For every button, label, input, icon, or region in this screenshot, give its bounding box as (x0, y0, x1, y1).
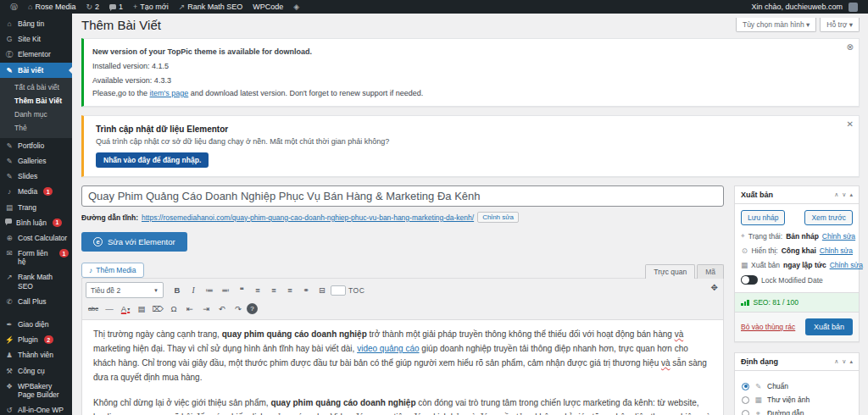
items-page-link[interactable]: item's page (150, 89, 189, 97)
sidebar-item-dashboard[interactable]: ⌂Bảng tin (0, 16, 72, 31)
sidebar-item-slides[interactable]: ✎Slides (0, 169, 72, 184)
outdent-icon[interactable]: ⇤ (182, 302, 198, 316)
blockquote-icon[interactable]: ❝ (234, 283, 249, 297)
sidebar-item-posts[interactable]: ✎Bài viết (0, 63, 72, 78)
edit-schedule-link[interactable]: Chỉnh sửa (830, 261, 863, 269)
special-character-icon[interactable]: Ω (166, 302, 181, 316)
notice-instruction: Please,go to the item's page and downloa… (92, 89, 833, 97)
align-center-icon[interactable]: ≡ (266, 283, 281, 297)
sidebar-item-site-kit[interactable]: GSite Kit (0, 31, 72, 47)
toggle-panel-icon[interactable]: ▴ (849, 191, 853, 198)
edit-status-link[interactable]: Chỉnh sửa (822, 232, 855, 241)
format-option-standard[interactable]: ✎Chuẩn (742, 382, 852, 390)
gallery-icon: ▦ (754, 396, 763, 404)
submenu-item[interactable]: Danh mục (0, 108, 72, 121)
align-right-icon[interactable]: ≡ (282, 283, 298, 297)
adminbar-item-wpcode[interactable]: WPCode (248, 0, 288, 14)
content-link[interactable]: video quảng cáo (357, 344, 419, 353)
adminbar-item-wpbakery[interactable]: ◈ (288, 0, 304, 14)
sidebar-item-contact-form[interactable]: ✉Form liên hệ1 (0, 246, 72, 269)
redo-icon[interactable]: ↷ (231, 302, 246, 316)
adminbar-item-new-content[interactable]: +Tạo mới (128, 0, 174, 14)
editor-tab-Mã[interactable]: Mã (697, 264, 724, 279)
sidebar-item-galleries[interactable]: ✎Galleries (0, 153, 72, 169)
undo-icon[interactable]: ↶ (214, 302, 230, 316)
adminbar-item-comments[interactable]: 1 (104, 0, 128, 14)
adminbar-item-wordpress-logo[interactable]: Ⓦ (5, 0, 23, 14)
save-draft-button[interactable]: Lưu nháp (741, 210, 785, 225)
numbered-list-icon[interactable]: ≕ (218, 283, 233, 297)
admin-sidebar: ⌂Bảng tinGSite KitⒺElementor✎Bài viếtTất… (0, 14, 72, 415)
adminbar-item-updates[interactable]: ↻2 (81, 0, 104, 14)
publish-panel-header[interactable]: Xuất bản ∧∨▴ (735, 186, 859, 204)
clear-formatting-icon[interactable]: ⌦ (150, 302, 165, 316)
move-up-icon[interactable]: ∧ (834, 191, 838, 198)
adminbar-item-site-name[interactable]: ⌂Rose Media (23, 0, 81, 14)
sidebar-item-pages[interactable]: ▤Trang (0, 200, 72, 215)
horizontal-rule-icon[interactable]: — (102, 302, 117, 316)
submenu-item[interactable]: Thẻ (0, 121, 72, 135)
sidebar-item-users[interactable]: ♟Thành viên (0, 347, 72, 362)
editor-tab-Trực quan[interactable]: Trực quan (645, 264, 695, 279)
sidebar-item-call-plus[interactable]: ✆Call Plus (0, 294, 72, 309)
toc-icon[interactable]: TOC (347, 283, 366, 297)
distraction-free-icon[interactable]: ✥ (711, 283, 718, 292)
adminbar-item-label: Rose Media (35, 3, 75, 11)
sidebar-item-tools[interactable]: ⚒Công cụ (0, 363, 72, 379)
bold-icon[interactable]: B (170, 283, 185, 297)
screen-options-button[interactable]: Tùy chọn màn hình ▾ (736, 18, 816, 32)
radio-standard[interactable] (742, 383, 749, 390)
help-icon[interactable]: ? (247, 303, 258, 314)
sidebar-item-all-in-one-wp-migration[interactable]: ↺All-in-One WP Migration (0, 402, 72, 415)
format-option-gallery[interactable]: ▦Thư viện ảnh (742, 396, 852, 404)
publish-button[interactable]: Xuất bản (805, 318, 853, 335)
sidebar-item-media[interactable]: ♪Media1 (0, 184, 72, 199)
sidebar-item-appearance[interactable]: ✒Giao diện (0, 317, 72, 332)
adminbar-item-label: Rank Math SEO (187, 3, 242, 11)
submenu-item[interactable]: Tất cả bài viết (0, 80, 72, 94)
preview-button[interactable]: Xem trước (804, 210, 853, 225)
move-down-icon[interactable]: ∨ (842, 191, 846, 198)
sidebar-item-wpbakery-page-builder[interactable]: ❖WPBakery Page Builder (0, 379, 72, 402)
account-menu[interactable]: Xin chào, duchieuweb.com (746, 0, 863, 14)
toc-box-icon[interactable] (331, 285, 346, 296)
format-option-link[interactable]: ⚭Đường dẫn (742, 409, 852, 415)
paste-as-text-icon[interactable]: ▤ (134, 302, 149, 316)
editor-content-area[interactable]: Thị trường ngày càng cạnh trang, quay ph… (82, 320, 723, 415)
move-down-icon[interactable]: ∨ (842, 358, 846, 365)
permalink-link[interactable]: https://rosemediahanoi.com/quay-phim-qua… (142, 213, 474, 222)
italic-icon[interactable]: I (186, 283, 201, 297)
lock-modified-date-toggle[interactable] (741, 275, 758, 285)
post-title-input[interactable] (81, 185, 724, 207)
indent-icon[interactable]: ⇥ (198, 302, 214, 316)
move-to-trash-link[interactable]: Bỏ vào thùng rác (741, 323, 795, 331)
align-left-icon[interactable]: ≡ (250, 283, 265, 297)
edit-visibility-link[interactable]: Chỉnh sửa (820, 246, 853, 255)
read-more-icon[interactable]: ⊟ (314, 283, 330, 297)
radio-link[interactable] (742, 410, 749, 415)
heading-format-select[interactable]: Tiêu đề 2▼ (86, 282, 164, 298)
toggle-panel-icon[interactable]: ▴ (849, 358, 853, 365)
edit-slug-button[interactable]: Chỉnh sửa (477, 212, 519, 223)
move-up-icon[interactable]: ∧ (834, 358, 838, 365)
sidebar-item-plugins[interactable]: ⚡Plugin2 (0, 332, 72, 347)
dismiss-notice-icon[interactable]: ✕ (847, 119, 854, 129)
adminbar-item-rank-math[interactable]: ↗Rank Math SEO (174, 0, 248, 14)
sidebar-item-elementor[interactable]: ⒺElementor (0, 47, 72, 62)
bullet-list-icon[interactable]: ≔ (202, 283, 217, 297)
add-media-button[interactable]: ♪ Thêm Media (81, 263, 144, 278)
sidebar-item-comments[interactable]: Bình luận1 (0, 215, 72, 230)
text-color-icon[interactable]: A▾ (118, 302, 133, 316)
radio-gallery[interactable] (742, 396, 749, 404)
strikethrough-icon[interactable]: abc (86, 302, 101, 316)
sidebar-item-portfolio[interactable]: ✎Portfolio (0, 138, 72, 153)
sidebar-item-cost-calculator[interactable]: ⊕Cost Calculator (0, 230, 72, 246)
submenu-item[interactable]: Thêm Bài Viết (0, 94, 72, 108)
dismiss-notice-icon[interactable]: ⊗ (847, 42, 854, 52)
format-panel-header[interactable]: Định dạng ∧∨▴ (735, 353, 859, 371)
sidebar-item-rank-math-seo[interactable]: ↗Rank Math SEO (0, 269, 72, 293)
elementor-update-button[interactable]: Nhấn vào đây để đăng nhập. (96, 152, 209, 168)
edit-with-elementor-button[interactable]: e Sửa với Elementor (81, 232, 187, 252)
help-button[interactable]: Hỗ trợ ▾ (820, 18, 860, 32)
link-icon[interactable]: ⚭ (298, 283, 314, 297)
